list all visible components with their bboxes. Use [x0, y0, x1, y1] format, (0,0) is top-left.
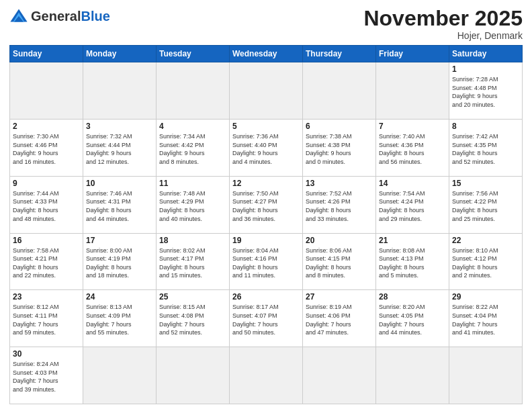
day-header-thursday: Thursday	[303, 46, 376, 62]
day-number: 13	[306, 179, 373, 188]
day-info: Sunrise: 8:13 AM Sunset: 4:09 PM Dayligh…	[86, 303, 153, 336]
day-cell	[230, 62, 303, 120]
day-info: Sunrise: 7:36 AM Sunset: 4:40 PM Dayligh…	[232, 132, 300, 166]
day-info: Sunrise: 8:17 AM Sunset: 4:07 PM Dayligh…	[232, 303, 300, 336]
day-info: Sunrise: 8:10 AM Sunset: 4:12 PM Dayligh…	[452, 246, 519, 280]
day-header-tuesday: Tuesday	[157, 46, 230, 62]
day-cell: 22Sunrise: 8:10 AM Sunset: 4:12 PM Dayli…	[449, 233, 523, 290]
day-cell: 21Sunrise: 8:08 AM Sunset: 4:13 PM Dayli…	[376, 233, 449, 290]
day-info: Sunrise: 8:00 AM Sunset: 4:19 PM Dayligh…	[86, 246, 153, 280]
day-number: 9	[13, 179, 80, 188]
day-number: 24	[86, 292, 153, 302]
day-number: 19	[232, 236, 300, 245]
day-number: 25	[159, 292, 226, 302]
calendar-header: SundayMondayTuesdayWednesdayThursdayFrid…	[10, 46, 523, 62]
day-info: Sunrise: 7:52 AM Sunset: 4:26 PM Dayligh…	[306, 189, 373, 223]
day-info: Sunrise: 7:50 AM Sunset: 4:27 PM Dayligh…	[232, 189, 300, 223]
location: Hojer, Denmark	[363, 30, 523, 41]
day-cell: 9Sunrise: 7:44 AM Sunset: 4:33 PM Daylig…	[10, 176, 83, 233]
day-cell: 5Sunrise: 7:36 AM Sunset: 4:40 PM Daylig…	[230, 119, 303, 176]
day-header-monday: Monday	[83, 46, 157, 62]
day-cell: 24Sunrise: 8:13 AM Sunset: 4:09 PM Dayli…	[83, 290, 157, 347]
day-number: 1	[452, 64, 519, 74]
day-cell: 17Sunrise: 8:00 AM Sunset: 4:19 PM Dayli…	[83, 233, 157, 290]
day-cell: 7Sunrise: 7:40 AM Sunset: 4:36 PM Daylig…	[376, 119, 449, 176]
day-info: Sunrise: 8:20 AM Sunset: 4:05 PM Dayligh…	[379, 303, 446, 336]
month-title: November 2025	[363, 7, 523, 30]
title-area: November 2025 Hojer, Denmark	[363, 7, 523, 41]
day-cell: 2Sunrise: 7:30 AM Sunset: 4:46 PM Daylig…	[10, 119, 83, 176]
week-row-4: 23Sunrise: 8:12 AM Sunset: 4:11 PM Dayli…	[10, 290, 523, 347]
day-info: Sunrise: 8:19 AM Sunset: 4:06 PM Dayligh…	[306, 303, 373, 336]
day-number: 10	[86, 179, 153, 188]
header: GeneralBlue November 2025 Hojer, Denmark	[9, 7, 523, 41]
day-info: Sunrise: 7:28 AM Sunset: 4:48 PM Dayligh…	[452, 75, 519, 109]
day-number: 14	[379, 179, 446, 188]
day-cell	[83, 347, 157, 404]
day-cell	[157, 62, 230, 120]
day-number: 12	[232, 179, 300, 188]
day-header-saturday: Saturday	[449, 46, 523, 62]
day-number: 18	[159, 236, 226, 245]
day-header-wednesday: Wednesday	[230, 46, 303, 62]
day-number: 27	[306, 292, 373, 302]
logo-general: General	[31, 9, 81, 24]
day-info: Sunrise: 8:12 AM Sunset: 4:11 PM Dayligh…	[13, 303, 80, 336]
day-cell	[10, 62, 83, 120]
day-info: Sunrise: 7:30 AM Sunset: 4:46 PM Dayligh…	[13, 132, 80, 166]
day-info: Sunrise: 8:08 AM Sunset: 4:13 PM Dayligh…	[379, 246, 446, 280]
day-info: Sunrise: 7:56 AM Sunset: 4:22 PM Dayligh…	[452, 189, 519, 223]
day-info: Sunrise: 8:22 AM Sunset: 4:04 PM Dayligh…	[452, 303, 519, 336]
day-cell: 13Sunrise: 7:52 AM Sunset: 4:26 PM Dayli…	[303, 176, 376, 233]
day-cell: 27Sunrise: 8:19 AM Sunset: 4:06 PM Dayli…	[303, 290, 376, 347]
day-header-sunday: Sunday	[10, 46, 83, 62]
day-info: Sunrise: 7:44 AM Sunset: 4:33 PM Dayligh…	[13, 189, 80, 223]
logo-area: GeneralBlue	[9, 7, 110, 26]
day-number: 8	[452, 122, 519, 131]
day-cell: 16Sunrise: 7:58 AM Sunset: 4:21 PM Dayli…	[10, 233, 83, 290]
day-info: Sunrise: 7:54 AM Sunset: 4:24 PM Dayligh…	[379, 189, 446, 223]
calendar-body: 1Sunrise: 7:28 AM Sunset: 4:48 PM Daylig…	[10, 62, 523, 404]
day-cell	[449, 347, 523, 404]
day-header-friday: Friday	[376, 46, 449, 62]
day-info: Sunrise: 7:58 AM Sunset: 4:21 PM Dayligh…	[13, 246, 80, 280]
day-cell	[376, 347, 449, 404]
day-info: Sunrise: 7:40 AM Sunset: 4:36 PM Dayligh…	[379, 132, 446, 166]
day-cell: 10Sunrise: 7:46 AM Sunset: 4:31 PM Dayli…	[83, 176, 157, 233]
day-number: 7	[379, 122, 446, 131]
day-number: 11	[159, 179, 226, 188]
day-cell: 8Sunrise: 7:42 AM Sunset: 4:35 PM Daylig…	[449, 119, 523, 176]
calendar: SundayMondayTuesdayWednesdayThursdayFrid…	[9, 45, 523, 404]
day-info: Sunrise: 7:46 AM Sunset: 4:31 PM Dayligh…	[86, 189, 153, 223]
week-row-3: 16Sunrise: 7:58 AM Sunset: 4:21 PM Dayli…	[10, 233, 523, 290]
day-number: 21	[379, 236, 446, 245]
day-cell	[376, 62, 449, 120]
day-info: Sunrise: 7:34 AM Sunset: 4:42 PM Dayligh…	[159, 132, 226, 166]
day-number: 6	[306, 122, 373, 131]
week-row-5: 30Sunrise: 8:24 AM Sunset: 4:03 PM Dayli…	[10, 347, 523, 404]
day-cell: 29Sunrise: 8:22 AM Sunset: 4:04 PM Dayli…	[449, 290, 523, 347]
logo-text: GeneralBlue	[31, 9, 110, 23]
day-number: 17	[86, 236, 153, 245]
day-cell: 11Sunrise: 7:48 AM Sunset: 4:29 PM Dayli…	[157, 176, 230, 233]
day-number: 15	[452, 179, 519, 188]
day-cell	[303, 347, 376, 404]
week-row-0: 1Sunrise: 7:28 AM Sunset: 4:48 PM Daylig…	[10, 62, 523, 120]
day-cell: 20Sunrise: 8:06 AM Sunset: 4:15 PM Dayli…	[303, 233, 376, 290]
day-cell: 15Sunrise: 7:56 AM Sunset: 4:22 PM Dayli…	[449, 176, 523, 233]
day-info: Sunrise: 8:04 AM Sunset: 4:16 PM Dayligh…	[232, 246, 300, 280]
days-of-week-row: SundayMondayTuesdayWednesdayThursdayFrid…	[10, 46, 523, 62]
day-cell: 19Sunrise: 8:04 AM Sunset: 4:16 PM Dayli…	[230, 233, 303, 290]
day-number: 22	[452, 236, 519, 245]
logo-icon	[9, 7, 28, 26]
day-cell	[303, 62, 376, 120]
day-number: 30	[13, 349, 80, 359]
page: GeneralBlue November 2025 Hojer, Denmark…	[0, 0, 532, 411]
day-info: Sunrise: 8:02 AM Sunset: 4:17 PM Dayligh…	[159, 246, 226, 280]
day-number: 5	[232, 122, 300, 131]
day-number: 4	[159, 122, 226, 131]
logo: GeneralBlue	[9, 7, 110, 26]
day-cell: 12Sunrise: 7:50 AM Sunset: 4:27 PM Dayli…	[230, 176, 303, 233]
week-row-2: 9Sunrise: 7:44 AM Sunset: 4:33 PM Daylig…	[10, 176, 523, 233]
day-number: 20	[306, 236, 373, 245]
